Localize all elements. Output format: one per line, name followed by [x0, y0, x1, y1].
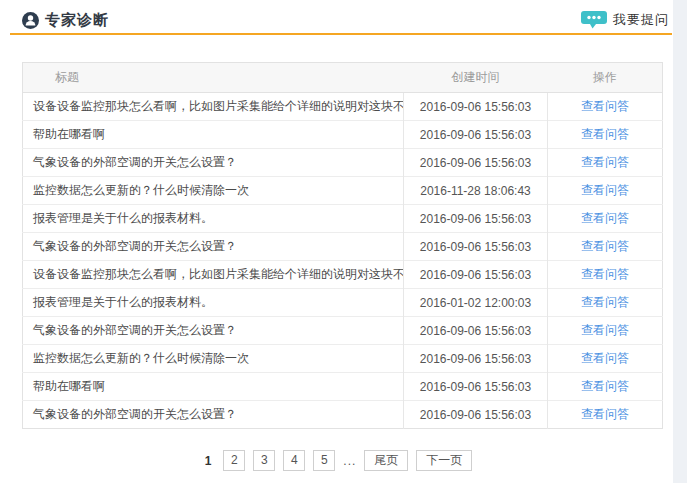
question-title: 监控数据怎么更新的？什么时候清除一次	[23, 345, 404, 373]
pagination-page-2[interactable]: 2	[223, 450, 245, 471]
table-row: 设备设备监控那块怎么看啊，比如图片采集能给个详细的说明对这块不是很懂... 20…	[23, 261, 663, 289]
pagination-current-page: 1	[201, 454, 216, 468]
created-time: 2016-09-06 15:56:03	[404, 149, 548, 177]
column-header-created: 创建时间	[404, 63, 548, 93]
table-row: 监控数据怎么更新的？什么时候清除一次 2016-09-06 15:56:03 查…	[23, 345, 663, 373]
question-title: 监控数据怎么更新的？什么时候清除一次	[23, 177, 404, 205]
created-time: 2016-11-28 18:06:43	[404, 177, 548, 205]
question-title: 设备设备监控那块怎么看啊，比如图片采集能给个详细的说明对这块不是很懂...	[23, 261, 404, 289]
question-title: 报表管理是关于什么的报表材料。	[23, 205, 404, 233]
question-title: 帮助在哪看啊	[23, 373, 404, 401]
question-title: 帮助在哪看啊	[23, 121, 404, 149]
column-header-operation: 操作	[548, 63, 663, 93]
view-answer-link[interactable]: 查看问答	[581, 183, 629, 197]
pagination-page-3[interactable]: 3	[253, 450, 275, 471]
table-row: 监控数据怎么更新的？什么时候清除一次 2016-11-28 18:06:43 查…	[23, 177, 663, 205]
table-row: 气象设备的外部空调的开关怎么设置？ 2016-09-06 15:56:03 查看…	[23, 149, 663, 177]
view-answer-link[interactable]: 查看问答	[581, 407, 629, 421]
view-answer-link[interactable]: 查看问答	[581, 239, 629, 253]
table-row: 气象设备的外部空调的开关怎么设置？ 2016-09-06 15:56:03 查看…	[23, 401, 663, 429]
view-answer-link[interactable]: 查看问答	[581, 267, 629, 281]
qa-table: 标题 创建时间 操作 设备设备监控那块怎么看啊，比如图片采集能给个详细的说明对这…	[22, 62, 663, 429]
ask-question-label: 我要提问	[613, 11, 669, 29]
created-time: 2016-09-06 15:56:03	[404, 345, 548, 373]
view-answer-link[interactable]: 查看问答	[581, 295, 629, 309]
content-card: 专家诊断 我要提问	[0, 0, 673, 483]
table-row: 气象设备的外部空调的开关怎么设置？ 2016-09-06 15:56:03 查看…	[23, 233, 663, 261]
question-title: 气象设备的外部空调的开关怎么设置？	[23, 401, 404, 429]
created-time: 2016-09-06 15:56:03	[404, 121, 548, 149]
expert-icon	[22, 12, 39, 29]
table-row: 气象设备的外部空调的开关怎么设置？ 2016-09-06 15:56:03 查看…	[23, 317, 663, 345]
table-row: 帮助在哪看啊 2016-09-06 15:56:03 查看问答	[23, 373, 663, 401]
page-title: 专家诊断	[45, 11, 109, 30]
created-time: 2016-09-06 15:56:03	[404, 205, 548, 233]
title-wrap: 专家诊断	[22, 11, 109, 30]
created-time: 2016-09-06 15:56:03	[404, 233, 548, 261]
question-title: 气象设备的外部空调的开关怎么设置？	[23, 233, 404, 261]
view-answer-link[interactable]: 查看问答	[581, 127, 629, 141]
view-answer-link[interactable]: 查看问答	[581, 211, 629, 225]
chat-bubble-icon	[581, 11, 607, 29]
column-header-title: 标题	[23, 63, 404, 93]
ask-question-button[interactable]: 我要提问	[581, 11, 669, 29]
pagination-last-button[interactable]: 尾页	[364, 450, 408, 471]
question-title: 气象设备的外部空调的开关怎么设置？	[23, 317, 404, 345]
question-title: 报表管理是关于什么的报表材料。	[23, 289, 404, 317]
created-time: 2016-09-06 15:56:03	[404, 401, 548, 429]
created-time: 2016-09-06 15:56:03	[404, 93, 548, 121]
table-header-row: 标题 创建时间 操作	[23, 63, 663, 93]
view-answer-link[interactable]: 查看问答	[581, 99, 629, 113]
table-row: 帮助在哪看啊 2016-09-06 15:56:03 查看问答	[23, 121, 663, 149]
table-row: 设备设备监控那块怎么看啊，比如图片采集能给个详细的说明对这块不是很懂... 20…	[23, 93, 663, 121]
table-row: 报表管理是关于什么的报表材料。 2016-09-06 15:56:03 查看问答	[23, 205, 663, 233]
pagination-page-4[interactable]: 4	[283, 450, 305, 471]
created-time: 2016-09-06 15:56:03	[404, 261, 548, 289]
view-answer-link[interactable]: 查看问答	[581, 323, 629, 337]
page-viewport: 专家诊断 我要提问	[0, 0, 687, 483]
pagination: 1 2 3 4 5 ... 尾页 下一页	[0, 450, 673, 471]
pagination-page-5[interactable]: 5	[313, 450, 335, 471]
created-time: 2016-09-06 15:56:03	[404, 373, 548, 401]
pagination-ellipsis: ...	[343, 454, 356, 468]
page-header: 专家诊断 我要提问	[0, 0, 673, 29]
view-answer-link[interactable]: 查看问答	[581, 379, 629, 393]
view-answer-link[interactable]: 查看问答	[581, 351, 629, 365]
table-row: 报表管理是关于什么的报表材料。 2016-01-02 12:00:03 查看问答	[23, 289, 663, 317]
created-time: 2016-01-02 12:00:03	[404, 289, 548, 317]
question-title: 气象设备的外部空调的开关怎么设置？	[23, 149, 404, 177]
view-answer-link[interactable]: 查看问答	[581, 155, 629, 169]
pagination-next-button[interactable]: 下一页	[416, 450, 472, 471]
created-time: 2016-09-06 15:56:03	[404, 317, 548, 345]
qa-table-wrap: 标题 创建时间 操作 设备设备监控那块怎么看啊，比如图片采集能给个详细的说明对这…	[22, 62, 662, 429]
accent-divider	[10, 33, 672, 35]
question-title: 设备设备监控那块怎么看啊，比如图片采集能给个详细的说明对这块不是很懂...	[23, 93, 404, 121]
